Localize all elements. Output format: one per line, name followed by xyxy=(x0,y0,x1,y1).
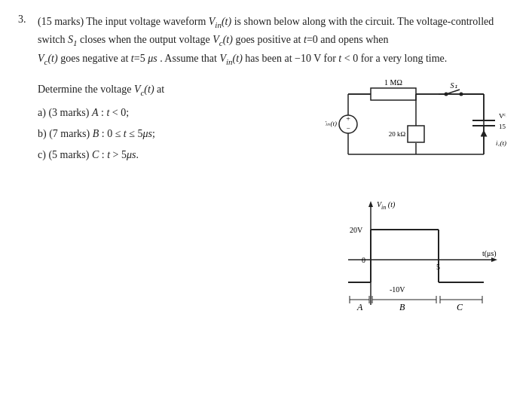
label-b: B xyxy=(399,302,405,312)
waveform-20v-label: 20V xyxy=(350,226,363,234)
r2-label: 20 kΩ xyxy=(389,130,406,138)
svg-rect-5 xyxy=(371,88,416,100)
waveform-0-label: 0 xyxy=(362,256,365,264)
current-label: i꜀(t) xyxy=(496,139,506,147)
part-c: c) (5 marks) C : t > 5μs. xyxy=(38,145,306,166)
svg-marker-26 xyxy=(368,201,373,207)
question-number: 3. xyxy=(18,14,32,26)
determine-text: Determine the voltage Vc(t) at xyxy=(38,79,306,101)
cap-value: 15 pF xyxy=(499,123,506,130)
left-column: Determine the voltage Vc(t) at a) (3 mar… xyxy=(38,79,306,312)
question-body: (15 marks) The input voltage waveform Vi… xyxy=(38,14,514,312)
s1-label: S xyxy=(68,34,73,45)
svg-marker-24 xyxy=(491,257,497,262)
r1-label: 1 MΩ xyxy=(384,79,402,87)
waveform-t-label: t(μs) xyxy=(482,249,497,258)
svg-point-10 xyxy=(460,93,463,96)
s1-circuit-label: S₁ xyxy=(451,81,457,90)
svg-rect-16 xyxy=(408,126,424,142)
vin-circuit: Vᵢₙ(t) xyxy=(326,120,337,127)
cap-label: Vᶜ(t) xyxy=(499,112,506,120)
vin-sub: in xyxy=(215,20,222,29)
svg-line-11 xyxy=(446,90,460,94)
question-block: 3. (15 marks) The input voltage waveform… xyxy=(18,14,514,312)
part-b: b) (7 marks) B : 0 ≤ t ≤ 5μs; xyxy=(38,123,306,145)
waveform-5-label: 5 xyxy=(436,263,440,271)
s1-sub: 1 xyxy=(73,38,78,47)
question-text: (15 marks) The input voltage waveform Vi… xyxy=(38,14,514,69)
svg-text:+: + xyxy=(346,114,350,123)
marks-intro: (15 marks) The input voltage waveform xyxy=(38,16,206,27)
waveform-svg: 20V 0 5 -10V Vin (t) t(μs) xyxy=(318,192,514,312)
svg-text:−: − xyxy=(346,124,350,132)
waveform-vin-label: Vin (t) xyxy=(377,200,396,211)
content-area: Determine the voltage Vc(t) at a) (3 mar… xyxy=(38,79,514,312)
part-a: a) (3 marks) A : t < 0; xyxy=(38,102,306,123)
waveform-area: 20V 0 5 -10V Vin (t) t(μs) xyxy=(318,192,514,312)
right-column: 1 MΩ S₁ + − Vᵢₙ(t) xyxy=(318,79,514,312)
label-c: C xyxy=(457,302,463,312)
waveform-neg10-label: -10V xyxy=(390,285,405,294)
label-a: A xyxy=(356,302,363,312)
circuit-diagram: 1 MΩ S₁ + − Vᵢₙ(t) xyxy=(326,79,506,177)
